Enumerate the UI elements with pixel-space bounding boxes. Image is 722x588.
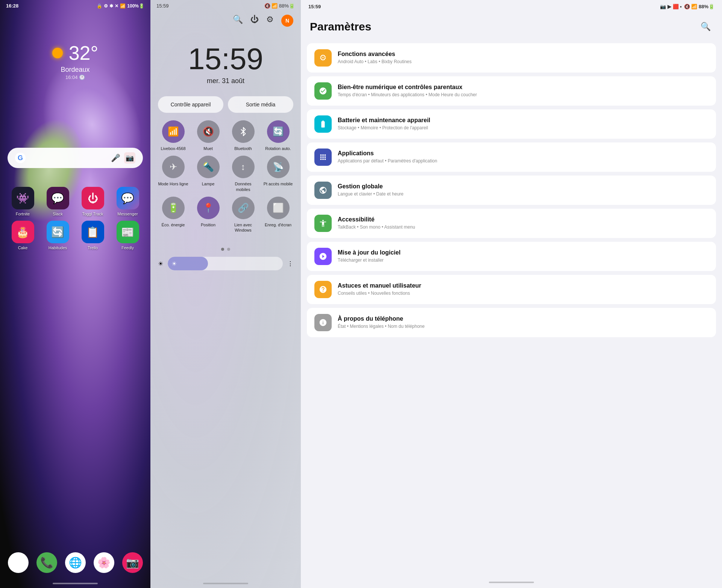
power-icon[interactable]: ⏻ <box>250 15 259 27</box>
tile-airplane[interactable]: ✈ Mode Hors ligne <box>158 156 188 192</box>
rotation-icon: 🔄 <box>267 120 290 143</box>
quick-settings-panel: 15:59 🔇 📶 88%🔋 🔍 ⏻ ⚙ N 15:59 mer. 31 aoû… <box>150 0 301 588</box>
app-cake[interactable]: 🎂 Cake <box>8 221 38 250</box>
tile-rotation[interactable]: 🔄 Rotation auto. <box>263 120 293 151</box>
settings-footer <box>301 577 722 588</box>
settings-icon-fonctions-avancees: ⚙ <box>314 49 332 67</box>
settings-icon-bien-etre <box>314 82 332 100</box>
settings-icon-mise-a-jour <box>314 248 332 265</box>
settings-title-astuces: Astuces et manuel utilisateur <box>338 282 708 289</box>
app-icon-slack: 💬 <box>47 187 69 209</box>
app-icon-habitudes: 🔄 <box>47 221 69 243</box>
settings-item-batterie[interactable]: Batterie et maintenance appareil Stockag… <box>307 109 716 139</box>
settings-item-fonctions-avancees[interactable]: ⚙ Fonctions avancées Android Auto • Labs… <box>307 43 716 73</box>
tile-battery-saver[interactable]: 🔋 Éco. énergie <box>158 197 188 233</box>
app-label-messenger: Messenger <box>117 212 138 216</box>
settings-search-button[interactable]: 🔍 <box>698 19 713 34</box>
lock-date-display: mer. 31 août <box>150 77 301 85</box>
settings-page-title: Paramètres <box>310 20 371 33</box>
settings-panel: 15:59 📷 ▶ 🟥 • 🔇 📶 88%🔋 Paramètres 🔍 ⚙ Fo… <box>301 0 722 588</box>
search-icon[interactable]: 🔍 <box>233 15 243 27</box>
settings-icon-batterie <box>314 115 332 133</box>
settings-content-astuces: Astuces et manuel utilisateur Conseils u… <box>338 282 708 297</box>
flashlight-icon: 🔦 <box>197 156 220 178</box>
brightness-bar[interactable]: ☀ ☀ ⋮ <box>158 257 293 270</box>
app-habitudes[interactable]: 🔄 Habitudes <box>42 221 73 250</box>
settings-time: 15:59 <box>308 4 321 9</box>
settings-content-applications: Applications Applications par défaut • P… <box>338 150 708 164</box>
app-trello[interactable]: 📋 Trello <box>77 221 108 250</box>
app-icon-blossom: 🌸 <box>94 552 114 573</box>
app-icon-fortnite: 👾 <box>12 187 34 209</box>
settings-icon-accessibilite <box>314 215 332 232</box>
settings-title-a-propos: À propos du téléphone <box>338 315 708 322</box>
app-feedly[interactable]: 📰 Feedly <box>112 221 143 250</box>
tile-screen-record[interactable]: ⬜ Enreg. d'écran <box>263 197 293 233</box>
brightness-fill: ☀ <box>168 257 208 270</box>
app-label-trello: Trello <box>88 246 98 250</box>
weather-widget: 32° Bordeaux 16:04 🕐 <box>0 42 150 80</box>
app-slack[interactable]: 💬 Slack <box>42 187 73 216</box>
mute-icon: 🔇 <box>197 120 220 143</box>
brightness-icon: ☀ <box>158 260 163 267</box>
settings-item-mise-a-jour[interactable]: Mise à jour du logiciel Télécharger et i… <box>307 242 716 271</box>
media-output-button[interactable]: Sortie média <box>228 96 293 113</box>
settings-item-gestion-globale[interactable]: Gestion globale Langue et clavier • Date… <box>307 176 716 205</box>
settings-icon-a-propos <box>314 314 332 331</box>
quick-tiles-grid: 📶 Livebox-4568 🔇 Muet Bluetooth 🔄 Rotati… <box>150 113 301 240</box>
tile-flashlight[interactable]: 🔦 Lampe <box>193 156 223 192</box>
brightness-track[interactable]: ☀ <box>168 257 283 270</box>
brightness-more-icon[interactable]: ⋮ <box>287 260 293 267</box>
quick-home-indicator <box>203 583 248 584</box>
tile-mobile-data[interactable]: ↕ Données mobiles <box>228 156 258 192</box>
settings-item-bien-etre[interactable]: Bien-être numérique et contrôles parenta… <box>307 76 716 106</box>
settings-list: ⚙ Fonctions avancées Android Auto • Labs… <box>301 40 722 577</box>
lens-search-icon[interactable]: 📷 <box>124 152 135 164</box>
tile-hotspot[interactable]: 📡 Pt accès mobile <box>263 156 293 192</box>
tile-wifi[interactable]: 📶 Livebox-4568 <box>158 120 188 151</box>
tile-bluetooth[interactable]: Bluetooth <box>228 120 258 151</box>
settings-subtitle-accessibilite: TalkBack • Son mono • Assistant menu <box>338 224 708 230</box>
settings-header: Paramètres 🔍 <box>301 13 722 40</box>
voice-search-icon[interactable]: 🎤 <box>111 153 120 162</box>
quick-status-bar: 15:59 🔇 📶 88%🔋 <box>150 0 301 12</box>
lock-screen-time: 15:59 mer. 31 août <box>150 44 301 85</box>
settings-status-icons: 📷 ▶ 🟥 • 🔇 📶 88%🔋 <box>660 4 714 9</box>
settings-subtitle-applications: Applications par défaut • Paramètres d'a… <box>338 158 708 164</box>
dock-maps[interactable]: 🗺 <box>8 552 29 573</box>
dock-phone[interactable]: 📞 <box>36 552 57 573</box>
settings-subtitle-bien-etre: Temps d'écran • Minuteurs des applicatio… <box>338 92 708 98</box>
settings-content-fonctions-avancees: Fonctions avancées Android Auto • Labs •… <box>338 51 708 65</box>
settings-item-a-propos[interactable]: À propos du téléphone État • Mentions lé… <box>307 308 716 337</box>
settings-item-applications[interactable]: Applications Applications par défaut • P… <box>307 142 716 172</box>
settings-content-batterie: Batterie et maintenance appareil Stockag… <box>338 117 708 131</box>
app-label-slack: Slack <box>53 212 63 216</box>
app-fortnite[interactable]: 👾 Fortnite <box>8 187 38 216</box>
more-icon[interactable]: N <box>281 15 293 27</box>
app-toggl[interactable]: ⏻ Toggl Track <box>77 187 108 216</box>
settings-title-bien-etre: Bien-être numérique et contrôles parenta… <box>338 84 708 91</box>
tile-link-windows[interactable]: 🔗 Lien avec Windows <box>228 197 258 233</box>
settings-icon[interactable]: ⚙ <box>266 15 274 27</box>
dock-camera[interactable]: 📷 <box>122 552 143 573</box>
tile-rotation-label: Rotation auto. <box>265 146 291 151</box>
settings-subtitle-fonctions-avancees: Android Auto • Labs • Bixby Routines <box>338 59 708 65</box>
dock-chrome[interactable]: 🌐 <box>65 552 86 573</box>
settings-icon-gestion-globale <box>314 182 332 199</box>
tile-mobile-data-label: Données mobiles <box>228 181 258 192</box>
device-control-button[interactable]: Contrôle appareil <box>158 96 223 113</box>
app-label-toggl: Toggl Track <box>82 212 103 216</box>
tile-link-windows-label: Lien avec Windows <box>228 222 258 233</box>
tile-hotspot-label: Pt accès mobile <box>264 181 293 186</box>
tile-mute[interactable]: 🔇 Muet <box>193 120 223 151</box>
settings-item-astuces[interactable]: Astuces et manuel utilisateur Conseils u… <box>307 275 716 304</box>
dock-blossom[interactable]: 🌸 <box>94 552 114 573</box>
app-messenger[interactable]: 💬 Messenger <box>112 187 143 216</box>
settings-content-gestion-globale: Gestion globale Langue et clavier • Date… <box>338 183 708 197</box>
settings-subtitle-mise-a-jour: Télécharger et installer <box>338 257 708 264</box>
wifi-icon: 📶 <box>162 120 185 143</box>
google-search-bar[interactable]: G 🎤 📷 <box>8 148 143 168</box>
tile-location[interactable]: 📍 Position <box>193 197 223 233</box>
settings-item-accessibilite[interactable]: Accessibilité TalkBack • Son mono • Assi… <box>307 209 716 238</box>
location-icon: 📍 <box>197 197 220 219</box>
